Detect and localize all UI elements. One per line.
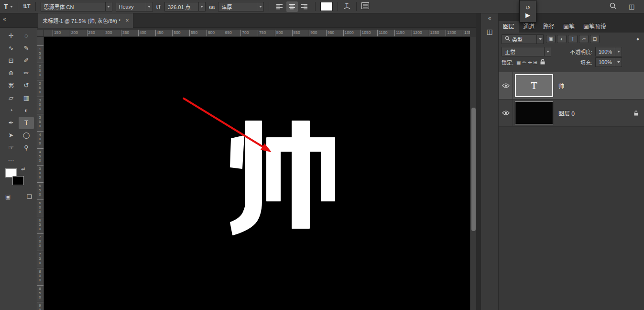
play-button[interactable]: ▶ <box>525 12 530 18</box>
bottom-tools: ▣ ❏ <box>5 193 32 200</box>
vruler-label: 350 <box>37 114 44 128</box>
panel-tab-3[interactable]: 画笔 <box>559 21 579 33</box>
blend-mode-select[interactable]: 正常 <box>502 47 551 56</box>
layer-row-background[interactable]: 图层 0 <box>499 100 644 127</box>
blur-tool[interactable]: ◔ <box>3 104 19 117</box>
hruler-label: 850 <box>292 30 300 37</box>
hand-tool[interactable]: ☞ <box>3 142 19 154</box>
more-tools[interactable]: ⋯ <box>3 154 19 166</box>
document-tab[interactable]: 未标题-1 @ 71.5% (帅, 灰色/8#) * × <box>38 13 133 28</box>
eyedropper-tool[interactable]: ✐ <box>19 55 34 67</box>
scrollbar-thumb[interactable] <box>471 108 476 231</box>
options-bar: T ⇅T 思源黑体 CN Heavy tT 326.01 点 aa 浑厚 <box>0 0 644 13</box>
opacity-select[interactable]: 100% <box>595 47 622 56</box>
font-family-select[interactable]: 思源黑体 CN <box>41 2 112 11</box>
workspace-panel-icon[interactable]: ◫ <box>629 3 634 10</box>
panel-tab-4[interactable]: 画笔预设 <box>579 21 611 33</box>
chevron-down-icon[interactable] <box>536 35 543 44</box>
divider <box>315 2 316 11</box>
warp-text-icon[interactable]: T <box>343 2 351 11</box>
quick-mask-icon[interactable]: ▣ <box>5 193 11 200</box>
screen-mode-icon[interactable]: ❏ <box>27 193 32 200</box>
layer-filter-2-icon[interactable]: T <box>568 35 578 43</box>
chevron-down-icon[interactable] <box>198 2 205 11</box>
swap-colors-icon[interactable]: ⇄ <box>21 166 25 171</box>
search-icon[interactable] <box>610 2 616 11</box>
panel-tab-0[interactable]: 图层 <box>499 21 519 33</box>
pen-tool[interactable]: ✒ <box>3 117 19 129</box>
hruler-label: 200 <box>70 30 78 37</box>
chevron-down-icon[interactable] <box>615 58 622 66</box>
layer-filter-3-icon[interactable]: ▱ <box>579 35 589 43</box>
font-size-select[interactable]: 326.01 点 <box>164 2 206 11</box>
gradient-tool[interactable]: ▥ <box>19 92 34 104</box>
loop-icon[interactable]: ↺ <box>525 5 530 11</box>
clone-stamp-tool[interactable]: ⌘ <box>3 79 19 92</box>
lock-all-icon[interactable] <box>540 59 545 66</box>
align-left-icon[interactable] <box>274 1 285 12</box>
fill-select[interactable]: 100% <box>595 57 622 67</box>
toggle-panels-icon[interactable] <box>361 2 369 11</box>
lock-0-icon[interactable]: ▦ <box>516 60 521 65</box>
collapse-tools-icon[interactable]: « <box>3 16 6 22</box>
panel-tab-2[interactable]: 路径 <box>539 21 559 33</box>
collapse-panels-icon[interactable]: « <box>481 15 498 22</box>
document-canvas[interactable] <box>44 37 470 310</box>
vruler-label: 150 <box>37 45 44 60</box>
align-center-icon[interactable] <box>286 1 298 12</box>
panel-tab-1[interactable]: 通道 <box>519 21 539 33</box>
move-tool[interactable]: ✛ <box>3 30 19 42</box>
lock-2-icon[interactable]: ✛ <box>528 60 532 65</box>
text-color-swatch[interactable] <box>320 2 333 11</box>
layer-filter-4-icon[interactable]: ⊡ <box>590 35 600 43</box>
type-tool-icon: T <box>4 3 8 11</box>
layer-filter-0-icon[interactable]: ▣ <box>546 35 556 43</box>
layer-row-text[interactable]: T 帅 <box>499 72 644 100</box>
quick-selection-tool[interactable]: ✎ <box>19 42 34 55</box>
layer-thumbnail[interactable] <box>513 101 553 124</box>
hruler-label: 1100 <box>377 30 387 37</box>
chevron-down-icon[interactable] <box>544 47 551 56</box>
hruler-label: 300 <box>104 30 112 37</box>
layer-filter-1-icon[interactable]: ◐ <box>557 35 567 43</box>
anti-alias-select[interactable]: 浑厚 <box>218 2 264 11</box>
chevron-down-icon[interactable] <box>257 2 263 11</box>
text-orientation-icon[interactable]: ⇅T <box>23 3 31 10</box>
eraser-tool[interactable]: ▱ <box>3 92 19 104</box>
layer-thumbnail[interactable]: T <box>513 74 553 97</box>
path-selection-tool[interactable]: ➤ <box>3 129 19 142</box>
close-icon[interactable]: × <box>125 17 129 24</box>
chevron-down-icon[interactable] <box>615 47 622 56</box>
text-align-group <box>274 1 310 12</box>
type-tool[interactable]: T <box>19 117 34 129</box>
layer-name[interactable]: 图层 0 <box>558 109 575 117</box>
lock-3-icon[interactable]: ⊞ <box>533 60 537 65</box>
canvas-scrollbar[interactable] <box>470 37 476 310</box>
color-swatches: ⇄ <box>5 168 27 188</box>
elliptical-marquee-tool[interactable]: ◌ <box>19 30 34 42</box>
align-right-icon[interactable] <box>299 1 310 12</box>
healing-brush-tool[interactable]: ⊕ <box>3 67 19 79</box>
hruler-label: 400 <box>138 30 146 37</box>
shape-tool[interactable]: ◯ <box>19 129 34 142</box>
vertical-ruler[interactable]: 1502002503003504004505005506006507007508… <box>37 37 44 310</box>
crop-tool[interactable]: ⊡ <box>3 55 19 67</box>
horizontal-ruler[interactable]: 1502002503003504004505005506006507007508… <box>44 30 470 37</box>
zoom-tool[interactable]: ⚲ <box>19 142 34 154</box>
layer-filter-switch[interactable]: ● <box>636 36 639 42</box>
chevron-down-icon[interactable] <box>105 2 112 11</box>
lock-1-icon[interactable]: ✏ <box>523 60 526 65</box>
history-brush-tool[interactable]: ↺ <box>19 79 34 92</box>
layer-filter-select[interactable]: 类型 <box>502 34 544 44</box>
layer-name[interactable]: 帅 <box>558 82 564 90</box>
collapsed-panel-icon[interactable]: ◫ <box>481 28 498 35</box>
chevron-down-icon[interactable] <box>146 2 153 11</box>
brush-tool[interactable]: ✏ <box>19 67 34 79</box>
background-color-swatch[interactable] <box>12 176 24 185</box>
visibility-toggle[interactable] <box>499 100 513 126</box>
font-style-select[interactable]: Heavy <box>116 2 153 11</box>
lasso-tool[interactable]: ∿ <box>3 42 19 55</box>
visibility-toggle[interactable] <box>499 72 513 99</box>
tool-preset-picker[interactable]: T <box>4 3 13 11</box>
dodge-tool[interactable]: ◐ <box>19 104 34 117</box>
